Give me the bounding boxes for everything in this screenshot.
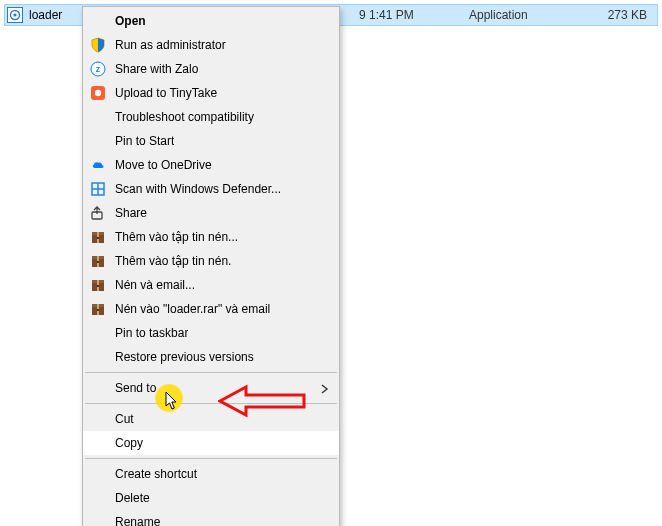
blank-icon	[89, 324, 107, 342]
tinytake-icon	[89, 84, 107, 102]
menu-item-label: Thêm vào tập tin nén.	[115, 254, 231, 268]
menu-item-label: Troubleshoot compatibility	[115, 110, 254, 124]
menu-item-label: Share	[115, 206, 147, 220]
file-date: 9 1:41 PM	[359, 8, 469, 22]
menu-item-label: Pin to taskbar	[115, 326, 188, 340]
context-menu: OpenRun as administratorZShare with Zalo…	[82, 6, 340, 526]
svg-rect-18	[97, 261, 100, 263]
menu-item-label: Cut	[115, 412, 134, 426]
menu-item-label: Thêm vào tập tin nén...	[115, 230, 238, 244]
blank-icon	[89, 108, 107, 126]
blank-icon	[89, 513, 107, 526]
onedrive-icon	[89, 156, 107, 174]
menu-item-pin-to-taskbar[interactable]: Pin to taskbar	[83, 321, 339, 345]
menu-item-open[interactable]: Open	[83, 9, 339, 33]
menu-item-move-to-onedrive[interactable]: Move to OneDrive	[83, 153, 339, 177]
svg-text:Z: Z	[96, 66, 101, 73]
menu-item-label: Open	[115, 14, 146, 28]
menu-item-label: Nén và email...	[115, 278, 195, 292]
menu-item-label: Run as administrator	[115, 38, 226, 52]
zalo-icon: Z	[89, 60, 107, 78]
menu-item-cut[interactable]: Cut	[83, 407, 339, 431]
menu-item-label: Rename	[115, 515, 160, 526]
app-icon	[7, 7, 23, 23]
menu-item-n-n-v-email[interactable]: Nén và email...	[83, 273, 339, 297]
menu-separator	[85, 372, 337, 373]
svg-rect-22	[97, 285, 100, 287]
chevron-right-icon	[321, 383, 329, 397]
menu-item-label: Scan with Windows Defender...	[115, 182, 281, 196]
menu-item-label: Send to	[115, 381, 156, 395]
menu-item-troubleshoot-compatibility[interactable]: Troubleshoot compatibility	[83, 105, 339, 129]
menu-item-n-n-v-o-loader-rar-v-email[interactable]: Nén vào "loader.rar" và email	[83, 297, 339, 321]
menu-item-pin-to-start[interactable]: Pin to Start	[83, 129, 339, 153]
menu-item-label: Share with Zalo	[115, 62, 198, 76]
menu-separator	[85, 458, 337, 459]
defender-icon	[89, 180, 107, 198]
menu-item-copy[interactable]: Copy	[83, 431, 339, 455]
menu-item-create-shortcut[interactable]: Create shortcut	[83, 462, 339, 486]
menu-item-share[interactable]: Share	[83, 201, 339, 225]
blank-icon	[89, 132, 107, 150]
menu-item-label: Upload to TinyTake	[115, 86, 217, 100]
menu-separator	[85, 403, 337, 404]
blank-icon	[89, 434, 107, 452]
menu-item-upload-to-tinytake[interactable]: Upload to TinyTake	[83, 81, 339, 105]
menu-item-share-with-zalo[interactable]: ZShare with Zalo	[83, 57, 339, 81]
menu-item-restore-previous-versions[interactable]: Restore previous versions	[83, 345, 339, 369]
menu-item-label: Move to OneDrive	[115, 158, 212, 172]
svg-rect-26	[97, 309, 100, 311]
file-type: Application	[469, 8, 599, 22]
blank-icon	[89, 489, 107, 507]
blank-icon	[89, 348, 107, 366]
menu-item-th-m-v-o-t-p-tin-n-n[interactable]: Thêm vào tập tin nén...	[83, 225, 339, 249]
menu-item-scan-with-windows-defender[interactable]: Scan with Windows Defender...	[83, 177, 339, 201]
blank-icon	[89, 410, 107, 428]
file-size: 273 KB	[599, 8, 657, 22]
menu-item-label: Pin to Start	[115, 134, 174, 148]
share-icon	[89, 204, 107, 222]
menu-item-label: Restore previous versions	[115, 350, 254, 364]
menu-item-label: Nén vào "loader.rar" và email	[115, 302, 270, 316]
menu-item-label: Create shortcut	[115, 467, 197, 481]
winrar-icon	[89, 276, 107, 294]
svg-point-6	[95, 90, 101, 96]
shield-icon	[89, 36, 107, 54]
menu-item-run-as-administrator[interactable]: Run as administrator	[83, 33, 339, 57]
winrar-icon	[89, 228, 107, 246]
menu-item-th-m-v-o-t-p-tin-n-n[interactable]: Thêm vào tập tin nén.	[83, 249, 339, 273]
blank-icon	[89, 12, 107, 30]
menu-item-label: Copy	[115, 436, 143, 450]
blank-icon	[89, 379, 107, 397]
winrar-icon	[89, 300, 107, 318]
menu-item-delete[interactable]: Delete	[83, 486, 339, 510]
menu-item-label: Delete	[115, 491, 150, 505]
menu-item-send-to[interactable]: Send to	[83, 376, 339, 400]
winrar-icon	[89, 252, 107, 270]
menu-item-rename[interactable]: Rename	[83, 510, 339, 526]
svg-point-2	[13, 13, 16, 16]
blank-icon	[89, 465, 107, 483]
svg-rect-14	[97, 237, 100, 239]
